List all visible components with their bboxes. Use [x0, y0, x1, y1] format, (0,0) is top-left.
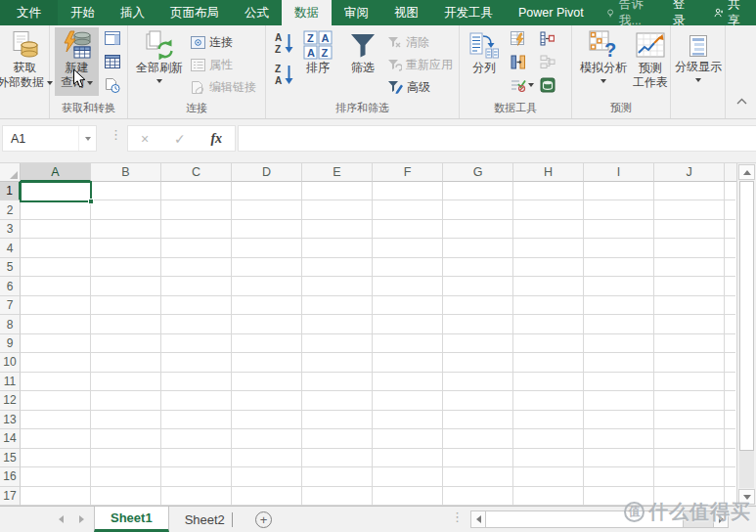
- menu-tab-data[interactable]: 数据: [282, 0, 332, 25]
- group-label-connections: 连接: [128, 101, 265, 115]
- ribbon-group-forecast: ? 模拟分析 预测 工作表 预测: [572, 25, 671, 118]
- scroll-left-button[interactable]: [470, 510, 486, 528]
- new-sheet-button[interactable]: +: [255, 511, 272, 528]
- row-header-17[interactable]: 17: [0, 487, 21, 506]
- column-header-i[interactable]: I: [584, 163, 654, 182]
- column-header-j[interactable]: J: [654, 163, 725, 182]
- sort-ascending-button[interactable]: A Z: [274, 31, 294, 55]
- recent-sources-button[interactable]: [105, 78, 120, 93]
- new-query-button[interactable]: 新建 查询: [55, 27, 99, 96]
- lightbulb-icon: [606, 7, 614, 20]
- svg-text:A: A: [275, 32, 282, 43]
- menu-tab-home[interactable]: 开始: [58, 0, 108, 25]
- column-header-e[interactable]: E: [302, 163, 373, 182]
- remove-duplicates-button[interactable]: [511, 55, 526, 69]
- menu-tab-page-layout[interactable]: 页面布局: [157, 0, 232, 25]
- row-header-13[interactable]: 13: [0, 411, 21, 429]
- advanced-filter-button[interactable]: 高级: [387, 78, 430, 96]
- menu-tab-review[interactable]: 审阅: [332, 0, 381, 25]
- sign-in-button[interactable]: 登录: [661, 0, 702, 25]
- row-header-9[interactable]: 9: [0, 334, 21, 353]
- menu-tab-file[interactable]: 文件: [0, 0, 58, 25]
- menu-tab-insert[interactable]: 插入: [108, 0, 157, 25]
- show-queries-button[interactable]: [105, 31, 120, 45]
- horizontal-scrollbar[interactable]: [470, 510, 729, 528]
- column-header-c[interactable]: C: [161, 163, 232, 182]
- scroll-down-button[interactable]: [738, 489, 755, 505]
- column-header-d[interactable]: D: [232, 163, 302, 182]
- row-header-11[interactable]: 11: [0, 373, 21, 391]
- formula-input[interactable]: [238, 125, 756, 152]
- group-label-data-tools: 数据工具: [460, 101, 571, 115]
- consolidate-button[interactable]: [540, 31, 555, 46]
- flash-fill-button[interactable]: [511, 31, 526, 46]
- select-all-corner[interactable]: [0, 163, 21, 182]
- row-header-4[interactable]: 4: [0, 239, 21, 257]
- row-header-7[interactable]: 7: [0, 296, 21, 315]
- scroll-up-button[interactable]: [738, 164, 755, 180]
- row-header-14[interactable]: 14: [0, 429, 21, 448]
- column-header-f[interactable]: F: [373, 163, 443, 182]
- name-box[interactable]: A1: [2, 125, 97, 152]
- previous-sheet-button[interactable]: [59, 515, 64, 523]
- share-button[interactable]: 共享: [702, 0, 756, 25]
- sort-descending-button[interactable]: Z A: [274, 63, 294, 86]
- collapse-ribbon-button[interactable]: [736, 91, 747, 109]
- column-header-h[interactable]: H: [513, 163, 584, 182]
- row-header-5[interactable]: 5: [0, 258, 21, 277]
- insert-function-icon[interactable]: fx: [210, 131, 222, 147]
- text-to-columns-label: 分列: [472, 61, 496, 75]
- cells-area[interactable]: [21, 182, 735, 506]
- menu-tab-formulas[interactable]: 公式: [232, 0, 282, 25]
- menu-tab-developer[interactable]: 开发工具: [431, 0, 506, 25]
- relationships-button[interactable]: [540, 55, 556, 68]
- properties-button[interactable]: 属性: [191, 56, 233, 73]
- row-header-3[interactable]: 3: [0, 220, 21, 239]
- vertical-scrollbar-track[interactable]: [739, 451, 754, 488]
- horizontal-scrollbar-thumb[interactable]: [486, 510, 684, 528]
- row-header-1[interactable]: 1: [0, 182, 21, 200]
- row-header-10[interactable]: 10: [0, 353, 21, 372]
- column-header-b[interactable]: B: [91, 163, 161, 182]
- outline-button[interactable]: 分级显示: [673, 27, 724, 82]
- get-external-data-button[interactable]: 获取 外部数据: [2, 27, 48, 90]
- name-box-dropdown[interactable]: [78, 126, 96, 151]
- next-sheet-button[interactable]: [79, 515, 84, 523]
- text-to-columns-button[interactable]: 分列: [464, 27, 505, 75]
- row-header-16[interactable]: 16: [0, 467, 21, 486]
- enter-icon[interactable]: ✓: [174, 131, 186, 147]
- menu-tab-power-pivot[interactable]: Power Pivot: [506, 0, 597, 25]
- row-header-12[interactable]: 12: [0, 391, 21, 410]
- row-header-15[interactable]: 15: [0, 449, 21, 467]
- refresh-all-button[interactable]: 全部刷新: [133, 27, 186, 83]
- column-header-g[interactable]: G: [443, 163, 513, 182]
- from-table-button[interactable]: [105, 55, 120, 68]
- menu-tab-view[interactable]: 视图: [381, 0, 431, 25]
- horizontal-scrollbar-track[interactable]: [684, 510, 713, 528]
- cancel-icon[interactable]: ×: [141, 131, 149, 147]
- vertical-scrollbar-thumb[interactable]: [739, 181, 754, 451]
- filter-button[interactable]: 筛选: [342, 27, 383, 75]
- group-label-sort-filter: 排序和筛选: [266, 101, 459, 115]
- data-validation-button[interactable]: [511, 78, 534, 92]
- text-to-columns-icon: [469, 30, 499, 60]
- fill-handle[interactable]: [88, 199, 94, 204]
- reapply-filter-button[interactable]: 重新应用: [387, 56, 453, 73]
- what-if-analysis-button[interactable]: ? 模拟分析: [575, 27, 632, 83]
- edit-links-button[interactable]: 编辑链接: [191, 78, 256, 96]
- row-header-2[interactable]: 2: [0, 200, 21, 219]
- row-header-8[interactable]: 8: [0, 315, 21, 333]
- sheet-tab-sheet1[interactable]: Sheet1: [94, 507, 169, 532]
- row-header-6[interactable]: 6: [0, 277, 21, 295]
- tell-me-box[interactable]: 告诉我...: [597, 0, 661, 25]
- vertical-scrollbar[interactable]: [736, 163, 756, 506]
- connections-button[interactable]: 连接: [191, 33, 233, 51]
- scroll-right-button[interactable]: [713, 510, 729, 528]
- active-cell-selection[interactable]: [20, 181, 92, 202]
- sort-button[interactable]: Z A A Z 排序: [297, 27, 338, 75]
- column-header-a[interactable]: A: [21, 163, 91, 182]
- clear-filter-button[interactable]: 清除: [387, 33, 429, 51]
- manage-data-model-button[interactable]: [540, 77, 556, 93]
- forecast-sheet-button[interactable]: 预测 工作表: [632, 27, 669, 90]
- sheet-tab-sheet2[interactable]: Sheet2: [169, 507, 241, 532]
